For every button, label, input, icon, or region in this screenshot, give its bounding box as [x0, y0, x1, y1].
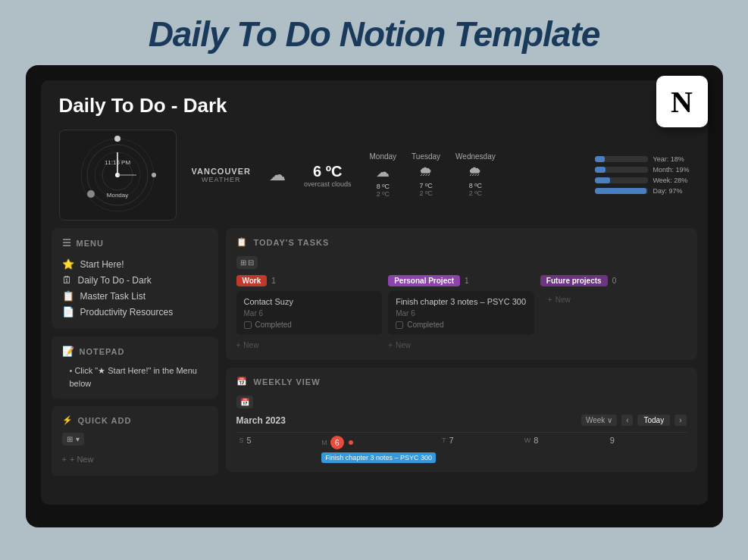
menu-section: ☰ MENU ⭐ Start Here! 🗓 Daily To Do - Dar…: [52, 228, 218, 329]
day-letter: S: [239, 436, 244, 444]
notion-app: Daily To Do - Dark: [41, 80, 708, 505]
weather-info: VANCOUVER WEATHER ☁ 6 ºC overcast clouds…: [192, 152, 690, 198]
task-date: Mar 6: [244, 309, 375, 318]
weekly-controls: Week ∨ ‹ Today ›: [581, 415, 687, 426]
menu-item-start[interactable]: ⭐ Start Here!: [62, 256, 208, 272]
forecast-day-name: Tuesday: [412, 152, 440, 161]
progress-bar-fill: [595, 177, 610, 183]
calendar-icon: 🗓: [62, 274, 72, 286]
plus-icon: +: [548, 296, 552, 304]
weather-location: VANCOUVER WEATHER: [192, 167, 251, 183]
clock-day: Monday: [107, 192, 128, 199]
task-checkbox[interactable]: Completed: [244, 321, 375, 329]
forecast-day-name: Monday: [370, 152, 397, 161]
grid-icon: ⊞: [67, 435, 73, 443]
notepad-icon: 📝: [62, 346, 75, 357]
plus-icon: +: [62, 455, 67, 464]
clipboard-icon: 📋: [62, 290, 74, 302]
day-num: 5: [247, 436, 252, 445]
task-checkbox[interactable]: Completed: [396, 321, 527, 329]
add-task-personal[interactable]: + New: [388, 339, 534, 351]
work-count: 1: [271, 277, 276, 285]
left-sidebar: ☰ MENU ⭐ Start Here! 🗓 Daily To Do - Dar…: [52, 228, 218, 476]
today-button[interactable]: Today: [637, 415, 670, 426]
kanban-col-future: Future projects 0 + New: [540, 275, 687, 351]
day-letter: M: [321, 439, 327, 446]
menu-item-master-label: Master Task List: [80, 291, 146, 302]
page-titlebar: Daily To Do - Dark: [41, 80, 708, 125]
weekly-col-header: M 6: [321, 436, 436, 449]
task-card-contact-suzy[interactable]: Contact Suzy Mar 6 Completed: [236, 291, 383, 335]
menu-title: MENU: [77, 239, 104, 248]
calendar-mini-icon[interactable]: 📅: [236, 396, 253, 408]
day-num: 7: [449, 436, 453, 445]
grid-view-button[interactable]: ⊞ ▾: [62, 433, 84, 446]
menu-item-daily-label: Daily To Do - Dark: [78, 275, 152, 286]
weekly-event[interactable]: Finish chapter 3 notes – PSYC 300: [321, 452, 436, 463]
forecast-low: 2 ºC: [412, 189, 440, 197]
future-count: 0: [612, 277, 617, 285]
kanban-col-work: Work 1 Contact Suzy Mar 6 Completed: [236, 275, 383, 351]
checkbox-label: Completed: [255, 321, 292, 329]
today-dot: [349, 440, 353, 445]
weekly-col-wed: W 8: [521, 433, 604, 463]
add-new-label: + New: [70, 455, 94, 464]
kanban-view-icon[interactable]: ⊞ ⊟: [236, 256, 258, 269]
progress-bar-bg: [595, 188, 648, 194]
day-num: 8: [534, 436, 538, 445]
add-task-future[interactable]: + New: [540, 291, 687, 308]
forecast-icon: 🌧: [455, 164, 496, 180]
progress-bar-fill: [595, 156, 605, 162]
menu-item-productivity[interactable]: 📄 Productivity Resources: [62, 304, 208, 320]
work-tag: Work: [236, 275, 268, 286]
clock-widget: 11:16 PM Monday: [59, 130, 177, 221]
weather-temp-value: 6 ºC: [304, 163, 352, 180]
add-task-label: New: [396, 341, 411, 349]
checkbox[interactable]: [244, 321, 252, 329]
weekly-col-thu: 9: [604, 433, 687, 463]
task-title: Finish chapter 3 notes – PSYC 300: [396, 297, 527, 306]
day-letter: T: [442, 436, 446, 444]
svg-point-5: [152, 173, 156, 177]
quick-add-section: ⚡ QUICK ADD ⊞ ▾ + + New: [52, 406, 218, 476]
page-header: Daily To Do Notion Template: [0, 0, 748, 65]
weather-description: overcast clouds: [304, 180, 352, 188]
weekly-view-header: March 2023 Week ∨ ‹ Today ›: [236, 415, 687, 426]
day-num-today: 6: [330, 436, 344, 449]
personal-count: 1: [465, 277, 469, 285]
weekly-col-header: 9: [607, 436, 684, 445]
quick-add-new-button[interactable]: + + New: [62, 452, 208, 467]
checkbox[interactable]: [396, 321, 403, 329]
task-card-psyc[interactable]: Finish chapter 3 notes – PSYC 300 Mar 6 …: [388, 291, 534, 335]
notepad-content: • Click "★ Start Here!" in the Menu belo…: [62, 364, 208, 389]
plus-icon: +: [388, 341, 393, 349]
forecast-low: 2 ºC: [455, 189, 496, 197]
progress-week-label: Week: 28%: [653, 177, 687, 184]
weekly-section: 📅 WEEKLY VIEW 📅 March 2023 Week ∨ ‹ Toda…: [226, 368, 697, 472]
tasks-section: 📋 TODAY'S TASKS ⊞ ⊟ Work 1 Contact: [226, 228, 697, 360]
right-content: 📋 TODAY'S TASKS ⊞ ⊟ Work 1 Contact: [226, 228, 697, 476]
menu-item-master[interactable]: 📋 Master Task List: [62, 288, 208, 304]
progress-bar-bg: [595, 177, 648, 183]
weather-city: VANCOUVER: [192, 167, 251, 176]
week-view-button[interactable]: Week ∨: [581, 415, 617, 426]
notepad-section: 📝 NOTEPAD • Click "★ Start Here!" in the…: [52, 336, 218, 399]
forecast-day-name: Wednesday: [455, 152, 496, 161]
forecast-icon: ☁: [370, 164, 397, 180]
tasks-title: TODAY'S TASKS: [254, 238, 330, 247]
notepad-title: NOTEPAD: [80, 347, 125, 356]
add-task-work[interactable]: + New: [236, 339, 383, 351]
menu-item-daily[interactable]: 🗓 Daily To Do - Dark: [62, 272, 208, 288]
add-task-label: New: [556, 296, 571, 304]
weekly-col-header: W 8: [524, 436, 601, 445]
menu-item-start-label: Start Here!: [80, 259, 124, 270]
task-date: Mar 6: [396, 309, 527, 318]
page-main-title: Daily To Do - Dark: [59, 94, 227, 117]
plus-icon: +: [236, 341, 241, 349]
forecast-low: 2 ºC: [370, 190, 397, 198]
forecast-wednesday: Wednesday 🌧 8 ºC 2 ºC: [455, 152, 496, 198]
next-week-button[interactable]: ›: [674, 415, 686, 426]
weekly-col-tue: T 7: [439, 433, 521, 463]
prev-week-button[interactable]: ‹: [621, 415, 633, 426]
clock-time: 11:16 PM: [105, 159, 130, 166]
